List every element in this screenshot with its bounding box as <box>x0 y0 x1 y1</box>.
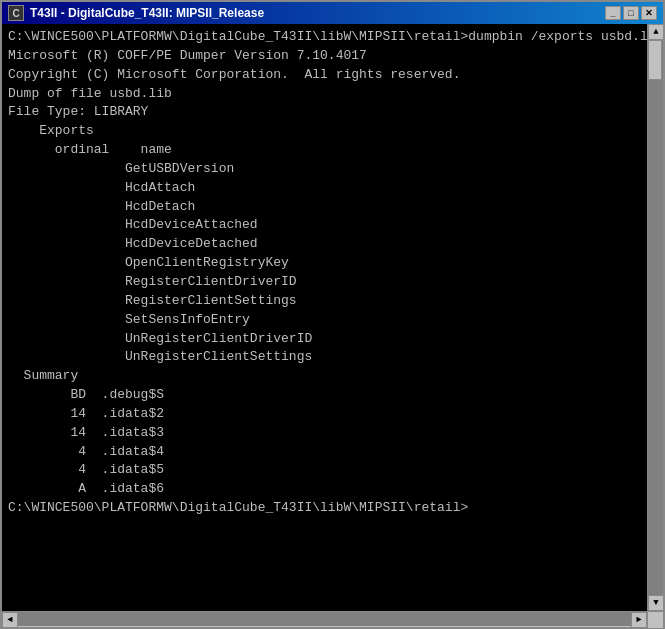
vertical-scrollbar[interactable]: ▲ ▼ <box>647 24 663 611</box>
console-line-27: 14 .idata$2 <box>8 405 641 424</box>
maximize-button[interactable]: □ <box>623 6 639 20</box>
console-line-31: A .idata$6 <box>8 480 641 499</box>
console-line-6: File Type: LIBRARY <box>8 103 641 122</box>
title-bar: C T43II - DigitalCube_T43II: MIPSII_Rele… <box>2 2 663 24</box>
scroll-up-button[interactable]: ▲ <box>648 24 663 40</box>
title-bar-controls: _ □ ✕ <box>605 6 657 20</box>
console-line-20: SetSensInfoEntry <box>8 311 641 330</box>
console-line-prompt-bottom: C:\WINCE500\PLATFORMW\DigitalCube_T43II\… <box>8 499 641 518</box>
console-line-16: HcdDeviceDetached <box>8 235 641 254</box>
content-area: C:\WINCE500\PLATFORMW\DigitalCube_T43II\… <box>2 24 663 611</box>
horizontal-scrollbar-row: ◄ ► <box>2 611 663 627</box>
console-line-prompt-top: C:\WINCE500\PLATFORMW\DigitalCube_T43II\… <box>8 28 641 47</box>
console-line-15: HcdDeviceAttached <box>8 216 641 235</box>
title-bar-left: C T43II - DigitalCube_T43II: MIPSII_Rele… <box>8 5 264 21</box>
scroll-thumb-vertical[interactable] <box>648 40 662 80</box>
console-output[interactable]: C:\WINCE500\PLATFORMW\DigitalCube_T43II\… <box>2 24 647 522</box>
console-line-12: GetUSBDVersion <box>8 160 641 179</box>
window-title: T43II - DigitalCube_T43II: MIPSII_Releas… <box>30 6 264 20</box>
scroll-track-vertical[interactable] <box>648 40 663 595</box>
scroll-down-button[interactable]: ▼ <box>648 595 663 611</box>
console-line-4: Dump of file usbd.lib <box>8 85 641 104</box>
console-line-28: 14 .idata$3 <box>8 424 641 443</box>
scroll-track-horizontal[interactable] <box>18 612 631 626</box>
console-line-13: HcdAttach <box>8 179 641 198</box>
console-line-30: 4 .idata$5 <box>8 461 641 480</box>
console-line-21: UnRegisterClientDriverID <box>8 330 641 349</box>
console-line-8: Exports <box>8 122 641 141</box>
console-line-26: BD .debug$S <box>8 386 641 405</box>
console-line-29: 4 .idata$4 <box>8 443 641 462</box>
console-line-17: OpenClientRegistryKey <box>8 254 641 273</box>
main-window: C T43II - DigitalCube_T43II: MIPSII_Rele… <box>0 0 665 629</box>
scroll-right-button[interactable]: ► <box>631 612 647 628</box>
console-line-24: Summary <box>8 367 641 386</box>
close-button[interactable]: ✕ <box>641 6 657 20</box>
console-line-19: RegisterClientSettings <box>8 292 641 311</box>
console-line-18: RegisterClientDriverID <box>8 273 641 292</box>
console-line-1: Microsoft (R) COFF/PE Dumper Version 7.1… <box>8 47 641 66</box>
console-content: C:\WINCE500\PLATFORMW\DigitalCube_T43II\… <box>2 24 647 611</box>
console-line-2: Copyright (C) Microsoft Corporation. All… <box>8 66 641 85</box>
window-icon: C <box>8 5 24 21</box>
minimize-button[interactable]: _ <box>605 6 621 20</box>
scrollbar-corner <box>647 612 663 628</box>
console-line-14: HcdDetach <box>8 198 641 217</box>
console-line-10: ordinal name <box>8 141 641 160</box>
console-line-22: UnRegisterClientSettings <box>8 348 641 367</box>
scroll-left-button[interactable]: ◄ <box>2 612 18 628</box>
